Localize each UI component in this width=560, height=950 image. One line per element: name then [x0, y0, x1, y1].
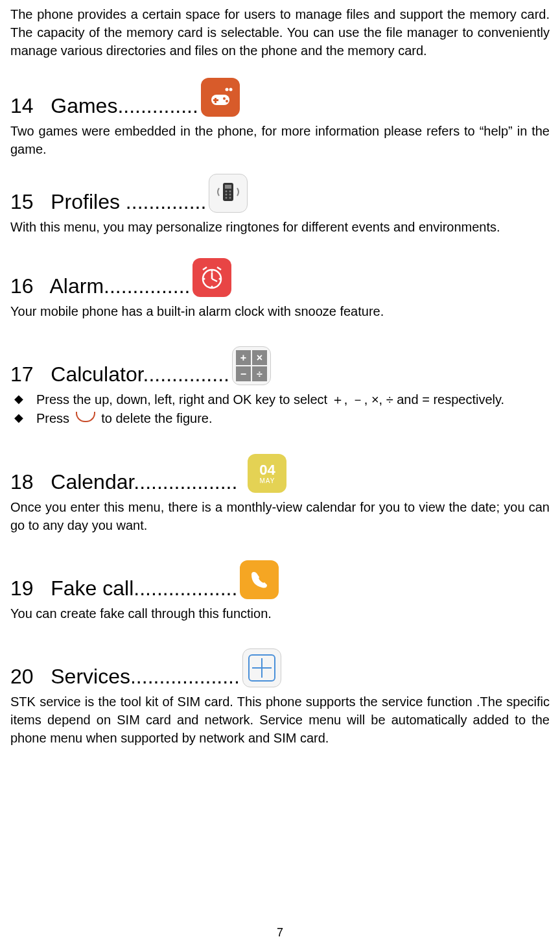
section-number: 18 Calendar..................: [10, 470, 237, 494]
section-body-services: STK service is the tool kit of SIM card.…: [10, 693, 550, 747]
svg-point-13: [226, 197, 228, 199]
section-number: 14 Games..............: [10, 94, 198, 118]
section-body-calendar: Once you enter this menu, there is a mon…: [10, 498, 550, 534]
svg-point-11: [226, 194, 228, 196]
calculator-instructions: Press the up, down, left, right and OK k…: [10, 390, 550, 428]
page-number: 7: [0, 926, 560, 940]
section-heading-games: 14 Games..............: [10, 78, 550, 118]
section-body-fakecall: You can create fake call through this fu…: [10, 604, 550, 623]
sim-icon: [242, 648, 281, 687]
section-body-profiles: With this menu, you may personalize ring…: [10, 218, 550, 236]
svg-point-19: [219, 278, 221, 280]
svg-rect-4: [213, 99, 218, 101]
section-heading-fakecall: 19 Fake call..................: [10, 560, 550, 600]
calc-bullet-2: Press to delete the figure.: [10, 409, 550, 428]
document-page: The phone provides a certain space for u…: [10, 5, 550, 747]
section-heading-alarm: 16 Alarm...............: [10, 258, 550, 298]
svg-point-21: [204, 278, 205, 280]
games-icon: [201, 78, 240, 117]
section-heading-calculator: 17 Calculator............... +× −÷: [10, 346, 550, 386]
svg-line-23: [217, 267, 221, 270]
svg-point-20: [211, 286, 213, 288]
section-number: 19 Fake call..................: [10, 576, 237, 600]
svg-point-9: [226, 191, 228, 193]
profiles-icon: [209, 174, 248, 213]
section-number: 20 Services...................: [10, 665, 240, 689]
svg-point-10: [229, 191, 231, 193]
svg-line-22: [203, 267, 207, 270]
svg-point-18: [211, 270, 213, 272]
svg-rect-8: [225, 185, 231, 189]
section-body-alarm: Your mobile phone has a built-in alarm c…: [10, 302, 550, 320]
svg-point-1: [229, 88, 232, 91]
section-number: 15 Profiles ..............: [10, 190, 206, 214]
svg-point-0: [225, 88, 228, 91]
calendar-icon: 04 MAY: [248, 454, 286, 493]
intro-paragraph: The phone provides a certain space for u…: [10, 5, 550, 60]
section-number: 17 Calculator...............: [10, 362, 229, 386]
calculator-icon: +× −÷: [232, 346, 271, 385]
phone-icon: [240, 560, 279, 599]
section-heading-calendar: 18 Calendar.................. 04 MAY: [10, 454, 550, 494]
svg-point-12: [229, 194, 231, 196]
calendar-icon-day: 04: [259, 463, 275, 477]
section-body-games: Two games were embedded in the phone, fo…: [10, 122, 550, 158]
section-number: 16 Alarm...............: [10, 274, 190, 298]
calc-bullet-1: Press the up, down, left, right and OK k…: [10, 390, 550, 409]
alarm-icon: [192, 258, 231, 297]
calendar-icon-month: MAY: [259, 477, 275, 484]
section-heading-profiles: 15 Profiles ..............: [10, 174, 550, 214]
svg-line-17: [212, 279, 217, 281]
svg-point-6: [226, 100, 228, 102]
svg-point-14: [229, 197, 231, 199]
back-key-icon: [76, 412, 95, 422]
svg-point-5: [223, 97, 226, 100]
section-heading-services: 20 Services...................: [10, 648, 550, 689]
